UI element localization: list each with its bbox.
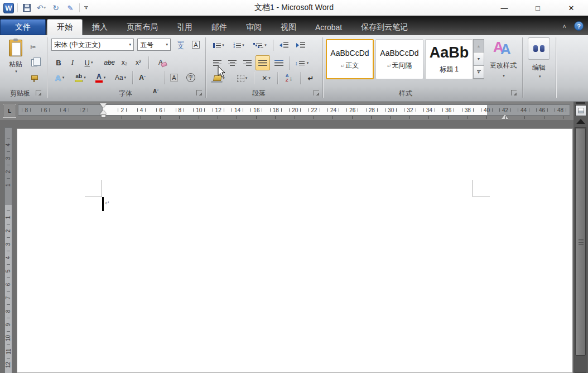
document-page[interactable] — [17, 128, 573, 373]
tab-acrobat[interactable]: Acrobat — [306, 19, 351, 35]
phonetic-guide-button[interactable]: wén 文 — [174, 39, 187, 51]
copy-button[interactable] — [31, 56, 45, 69]
gallery-scroll-up-button[interactable]: ▲ — [474, 40, 484, 52]
scroll-up-arrow[interactable] — [576, 119, 585, 124]
style-preview: AaBbCcDd — [330, 49, 369, 58]
tab-home[interactable]: 开始 — [47, 19, 83, 35]
show-hide-marks-button[interactable]: ↵ — [303, 72, 318, 84]
chevron-down-icon[interactable]: ▾ — [91, 60, 93, 65]
font-color-bar — [95, 80, 103, 83]
align-center-button[interactable] — [225, 56, 239, 70]
font-name-combobox[interactable]: 宋体 (中文正文) ▾ — [51, 39, 134, 51]
style-card-normal[interactable]: AaBbCcDd ↵正文 — [326, 39, 374, 79]
maximize-button[interactable]: □ — [521, 0, 555, 16]
tab-file[interactable]: 文件 — [0, 19, 46, 35]
first-line-indent-marker[interactable] — [100, 103, 107, 108]
tab-mailings[interactable]: 邮件 — [202, 19, 237, 35]
paste-button[interactable]: 粘贴 ▾ — [4, 39, 27, 88]
view-ruler-toggle-button[interactable] — [575, 105, 586, 116]
highlight-icon: ab — [75, 74, 83, 82]
chevron-down-icon[interactable]: ▾ — [268, 76, 271, 80]
chevron-down-icon[interactable]: ▾ — [242, 43, 244, 47]
vertical-scrollbar-thumb[interactable] — [575, 128, 586, 356]
format-painter-button[interactable] — [31, 72, 44, 84]
ruler-number: 48 — [551, 105, 570, 115]
strikethrough-button[interactable]: abc — [102, 56, 117, 69]
increase-indent-button[interactable] — [293, 40, 308, 51]
line-spacing-arrows-icon: ↕ — [295, 60, 298, 66]
decrease-indent-button[interactable] — [277, 40, 291, 51]
minimize-button[interactable]: — — [488, 0, 521, 16]
chevron-down-icon[interactable]: ▾ — [62, 75, 65, 80]
cut-button[interactable]: ✂ — [30, 41, 44, 53]
justify-button[interactable] — [256, 55, 270, 70]
character-shading-button[interactable]: A — [167, 71, 181, 84]
style-card-no-spacing[interactable]: AaBbCcDd ↵无间隔 — [375, 39, 423, 79]
line-spacing-button[interactable]: ↕ ▾ — [292, 56, 311, 70]
editing-button[interactable]: 编辑 ▾ — [523, 35, 555, 98]
find-button-frame[interactable] — [528, 37, 550, 60]
tab-review[interactable]: 审阅 — [237, 19, 271, 35]
underline-button[interactable]: U ▾ — [80, 56, 97, 69]
sort-button[interactable]: AZ ↓ — [281, 72, 297, 84]
asian-layout-button[interactable]: ✕ ▾ — [257, 72, 275, 84]
tab-view[interactable]: 视图 — [271, 19, 306, 35]
gallery-scroll-down-button[interactable]: ▼ — [474, 52, 484, 65]
vertical-ruler[interactable]: 4321 123456789101112 — [4, 127, 12, 373]
close-button[interactable]: ✕ — [555, 0, 588, 16]
text-effects-button[interactable]: A ▾ — [51, 71, 68, 84]
split-handle[interactable] — [576, 102, 585, 104]
ruler-number: 2 — [113, 105, 132, 115]
ruler-number: 44 — [514, 105, 533, 115]
italic-button[interactable]: I — [66, 56, 79, 69]
grow-font-button[interactable]: Aˆ — [136, 71, 149, 84]
hanging-indent-marker[interactable] — [100, 110, 107, 114]
superscript-button[interactable]: x² — [132, 56, 144, 69]
enclose-characters-button[interactable]: 字 — [184, 71, 197, 84]
tab-stop-selector[interactable]: L — [3, 104, 16, 118]
help-icon[interactable]: ? — [574, 21, 584, 31]
chevron-down-icon[interactable]: ▾ — [15, 69, 17, 74]
clear-formatting-button[interactable]: A — [153, 56, 168, 69]
chevron-down-icon[interactable]: ▾ — [222, 43, 224, 47]
paragraph-dialog-launcher-icon[interactable] — [314, 90, 319, 95]
chevron-down-icon[interactable]: ▾ — [104, 75, 106, 80]
tab-references[interactable]: 引用 — [167, 19, 202, 35]
grow-font-icon: A — [139, 74, 144, 82]
font-dialog-launcher-icon[interactable] — [196, 90, 202, 95]
align-right-button[interactable] — [240, 56, 254, 70]
multilevel-list-button[interactable]: ▾ — [250, 40, 270, 51]
change-case-button[interactable]: Aa ▾ — [112, 71, 129, 84]
tab-save-to-cloud-note[interactable]: 保存到云笔记 — [351, 19, 417, 35]
arrow-down-icon: ↓ — [290, 75, 293, 82]
vertical-scrollbar-track[interactable] — [575, 127, 586, 373]
borders-button[interactable]: ▾ — [233, 72, 251, 84]
chevron-down-icon[interactable]: ▾ — [166, 42, 168, 47]
left-indent-marker[interactable] — [101, 114, 106, 118]
tab-insert[interactable]: 插入 — [83, 19, 117, 35]
bullets-button[interactable]: ▾ — [210, 40, 227, 51]
chevron-down-icon[interactable]: ▾ — [307, 61, 309, 65]
collapse-ribbon-icon[interactable]: ˄ — [563, 23, 566, 30]
distribute-button[interactable] — [272, 56, 286, 70]
numbering-button[interactable]: 123 ▾ — [230, 40, 248, 51]
chevron-down-icon[interactable]: ▾ — [129, 42, 131, 47]
chevron-down-icon[interactable]: ▾ — [264, 43, 267, 47]
styles-dialog-launcher-icon[interactable] — [511, 90, 517, 95]
tab-page-layout[interactable]: 页面布局 — [117, 19, 167, 35]
chevron-down-icon[interactable]: ▾ — [245, 76, 248, 80]
chevron-down-icon[interactable]: ▾ — [124, 75, 127, 80]
font-color-button[interactable]: A ▾ — [91, 71, 109, 84]
character-border-button[interactable]: A — [190, 39, 202, 51]
style-card-heading1[interactable]: AaBb 标题 1 — [425, 39, 473, 79]
clipboard-dialog-launcher-icon[interactable] — [36, 90, 41, 95]
ruler-number: 2 — [74, 105, 93, 115]
gallery-more-button[interactable]: ▼ — [474, 66, 484, 79]
ruler-number: 6 — [5, 278, 12, 291]
chevron-down-icon[interactable]: ▾ — [84, 75, 86, 80]
change-styles-button[interactable]: A A 更改样式 ▾ — [486, 37, 520, 88]
bold-button[interactable]: B — [52, 56, 65, 69]
subscript-button[interactable]: x₂ — [118, 56, 131, 69]
text-highlight-color-button[interactable]: ab ▾ — [71, 71, 90, 84]
font-size-combobox[interactable]: 五号 ▾ — [137, 39, 171, 51]
